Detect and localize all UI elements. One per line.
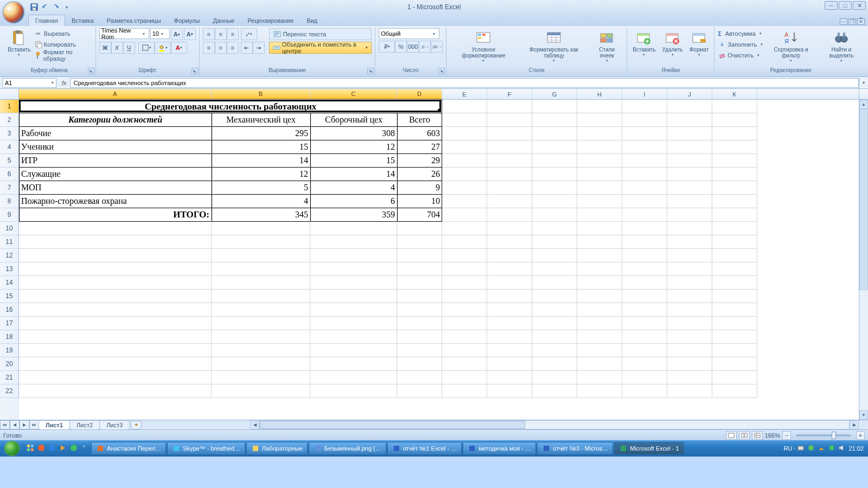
cell-C7[interactable]: 4 <box>310 181 397 195</box>
cell-C6[interactable]: 14 <box>310 168 397 181</box>
cell-J3[interactable] <box>667 127 712 140</box>
vertical-scrollbar[interactable]: ▲ ▼ <box>859 100 868 420</box>
format-cells-button[interactable]: Формат▾ <box>687 28 711 58</box>
cell-H10[interactable] <box>577 222 622 235</box>
decrease-decimal-button[interactable]: ,00→ <box>431 41 443 53</box>
cell-G16[interactable] <box>532 303 577 317</box>
cell-K16[interactable] <box>712 303 757 317</box>
tray-more[interactable]: ‹ <box>794 446 795 451</box>
cell-B3[interactable]: 295 <box>212 127 310 140</box>
cell-H6[interactable] <box>577 168 622 181</box>
cell-D4[interactable]: 27 <box>397 140 442 154</box>
cell-D9[interactable]: 704 <box>397 208 442 222</box>
col-header-A[interactable]: A <box>19 89 212 99</box>
cell-E17[interactable] <box>442 317 487 330</box>
save-icon[interactable] <box>30 3 39 11</box>
ql-icon-2[interactable] <box>37 444 47 453</box>
hscroll-thumb[interactable] <box>260 421 525 429</box>
cell-E11[interactable] <box>442 235 487 249</box>
bold-button[interactable]: Ж <box>99 42 111 54</box>
cell-D15[interactable] <box>397 290 442 303</box>
cell-E9[interactable] <box>442 208 487 222</box>
ql-icon-4[interactable] <box>59 444 68 453</box>
cell-K17[interactable] <box>712 317 757 330</box>
cell-I21[interactable] <box>622 371 667 384</box>
cell-F7[interactable] <box>487 181 532 195</box>
zoom-slider[interactable] <box>796 434 851 436</box>
cell-B11[interactable] <box>212 235 310 249</box>
cell-B16[interactable] <box>212 303 310 317</box>
cell-H17[interactable] <box>577 317 622 330</box>
cell-G14[interactable] <box>532 276 577 290</box>
borders-button[interactable]: ▾ <box>138 42 155 54</box>
cell-H2[interactable] <box>577 113 622 127</box>
align-right-button[interactable]: ≡ <box>227 42 239 54</box>
row-header-10[interactable]: 10 <box>0 222 19 235</box>
cell-J6[interactable] <box>667 168 712 181</box>
cell-C11[interactable] <box>310 235 397 249</box>
cell-C4[interactable]: 12 <box>310 140 397 154</box>
zoom-in-button[interactable]: + <box>856 431 865 440</box>
tray-icon-3[interactable] <box>818 444 826 453</box>
cell-J22[interactable] <box>667 384 712 398</box>
scroll-right-button[interactable]: ▶ <box>850 420 859 429</box>
cell-J19[interactable] <box>667 344 712 357</box>
scroll-up-button[interactable]: ▲ <box>859 100 868 109</box>
cell-C15[interactable] <box>310 290 397 303</box>
cell-J2[interactable] <box>667 113 712 127</box>
cell-I13[interactable] <box>622 262 667 276</box>
cell-J8[interactable] <box>667 195 712 208</box>
clock[interactable]: 21:02 <box>848 445 864 452</box>
cell-H12[interactable] <box>577 249 622 262</box>
cell-A10[interactable] <box>19 222 212 235</box>
align-bottom-button[interactable]: ≡ <box>227 28 239 40</box>
cell-K19[interactable] <box>712 344 757 357</box>
cell-E19[interactable] <box>442 344 487 357</box>
cell-F12[interactable] <box>487 249 532 262</box>
cell-F9[interactable] <box>487 208 532 222</box>
cell-C10[interactable] <box>310 222 397 235</box>
wb-close-button[interactable]: ✕ <box>857 18 865 25</box>
cell-F21[interactable] <box>487 371 532 384</box>
cell-D14[interactable] <box>397 276 442 290</box>
cell-I14[interactable] <box>622 276 667 290</box>
cell-H14[interactable] <box>577 276 622 290</box>
cell-H19[interactable] <box>577 344 622 357</box>
cell-F6[interactable] <box>487 168 532 181</box>
row-header-11[interactable]: 11 <box>0 235 19 249</box>
cell-F4[interactable] <box>487 140 532 154</box>
cell-J12[interactable] <box>667 249 712 262</box>
cell-B18[interactable] <box>212 330 310 344</box>
cell-G4[interactable] <box>532 140 577 154</box>
formula-expand-button[interactable]: ▾ <box>859 78 868 88</box>
cell-E2[interactable] <box>442 113 487 127</box>
cell-B10[interactable] <box>212 222 310 235</box>
tray-volume-icon[interactable] <box>838 444 847 453</box>
taskbar-item-6[interactable]: отчёт №3 - Micros… <box>537 442 613 455</box>
vscroll-thumb[interactable] <box>859 109 868 290</box>
cell-A21[interactable] <box>19 371 212 384</box>
cell-F11[interactable] <box>487 235 532 249</box>
cell-I19[interactable] <box>622 344 667 357</box>
tab-insert[interactable]: Вставка <box>65 15 100 26</box>
taskbar-item-7[interactable]: Microsoft Excel - 1 <box>614 442 684 455</box>
cell-G7[interactable] <box>532 181 577 195</box>
col-header-D[interactable]: D <box>397 89 442 99</box>
cell-B2[interactable]: Механический цех <box>212 113 310 127</box>
cell-H15[interactable] <box>577 290 622 303</box>
cell-F19[interactable] <box>487 344 532 357</box>
cell-A19[interactable] <box>19 344 212 357</box>
taskbar-item-0[interactable]: Анастасия Перел… <box>91 442 166 455</box>
cell-D8[interactable]: 10 <box>397 195 442 208</box>
number-format-combo[interactable]: Общий▾ <box>379 28 439 39</box>
cell-K10[interactable] <box>712 222 757 235</box>
cell-K2[interactable] <box>712 113 757 127</box>
cell-I2[interactable] <box>622 113 667 127</box>
copy-button[interactable]: Копировать <box>34 39 92 50</box>
cell-A16[interactable] <box>19 303 212 317</box>
cell-E14[interactable] <box>442 276 487 290</box>
cell-G5[interactable] <box>532 154 577 168</box>
cell-G3[interactable] <box>532 127 577 140</box>
cell-H18[interactable] <box>577 330 622 344</box>
cell-H22[interactable] <box>577 384 622 398</box>
